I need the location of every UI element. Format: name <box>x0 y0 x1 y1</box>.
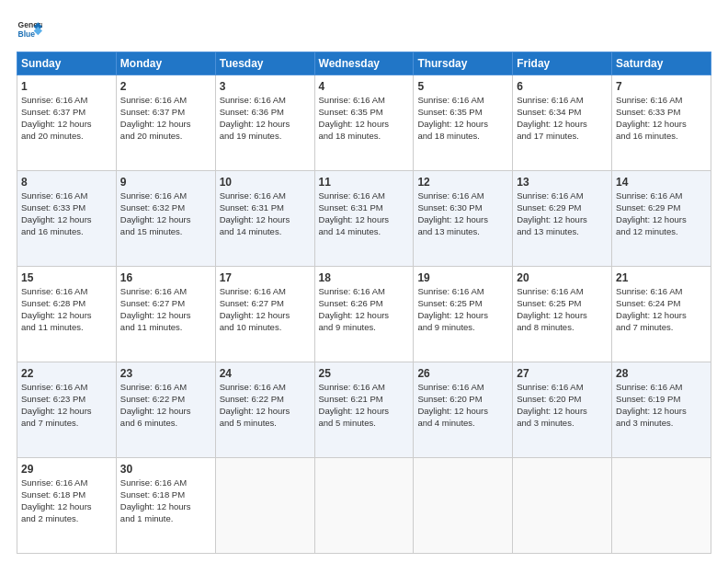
day-info-line: Sunset: 6:25 PM <box>517 298 608 310</box>
day-info-line: Sunset: 6:24 PM <box>616 298 707 310</box>
day-number: 23 <box>120 366 211 381</box>
day-number: 17 <box>220 270 311 285</box>
day-info-line: and 13 minutes. <box>417 226 508 238</box>
day-info-line: and 11 minutes. <box>120 322 211 334</box>
day-number: 27 <box>517 366 608 381</box>
calendar-cell: 3Sunrise: 6:16 AMSunset: 6:36 PMDaylight… <box>215 75 314 171</box>
day-info-line: Sunrise: 6:16 AM <box>220 382 311 394</box>
day-info-line: Sunrise: 6:16 AM <box>517 95 608 107</box>
calendar-cell: 14Sunrise: 6:16 AMSunset: 6:29 PMDayligh… <box>612 171 711 267</box>
day-info-line: Sunset: 6:30 PM <box>417 202 508 214</box>
day-info-line: Sunrise: 6:16 AM <box>120 477 211 489</box>
col-header-thursday: Thursday <box>414 52 513 75</box>
day-info-line: Sunset: 6:37 PM <box>120 107 211 119</box>
day-info-line: Sunset: 6:37 PM <box>21 107 112 119</box>
day-info-line: Sunrise: 6:16 AM <box>616 286 707 298</box>
day-number: 9 <box>120 175 211 190</box>
day-info-line: Sunrise: 6:16 AM <box>517 190 608 202</box>
day-info-line: Sunset: 6:36 PM <box>220 107 311 119</box>
calendar-cell: 28Sunrise: 6:16 AMSunset: 6:19 PMDayligh… <box>612 362 711 458</box>
col-header-saturday: Saturday <box>612 52 711 75</box>
week-row-5: 29Sunrise: 6:16 AMSunset: 6:18 PMDayligh… <box>17 458 711 554</box>
day-number: 3 <box>220 79 311 94</box>
day-info-line: Sunset: 6:18 PM <box>120 489 211 501</box>
calendar-cell <box>612 458 711 554</box>
day-info-line: Sunset: 6:31 PM <box>319 202 410 214</box>
day-info-line: Daylight: 12 hours <box>417 406 508 418</box>
day-info-line: Sunrise: 6:16 AM <box>21 382 112 394</box>
day-info-line: Daylight: 12 hours <box>616 406 707 418</box>
day-info-line: Daylight: 12 hours <box>120 406 211 418</box>
day-number: 29 <box>21 462 112 477</box>
day-info-line: Daylight: 12 hours <box>417 310 508 322</box>
calendar-page: General Blue SundayMondayTuesdayWednesda… <box>0 0 728 563</box>
calendar-cell: 1Sunrise: 6:16 AMSunset: 6:37 PMDaylight… <box>17 75 117 171</box>
day-number: 13 <box>517 175 608 190</box>
calendar-cell: 19Sunrise: 6:16 AMSunset: 6:25 PMDayligh… <box>414 267 513 362</box>
day-info-line: Sunset: 6:35 PM <box>319 107 410 119</box>
calendar-cell: 6Sunrise: 6:16 AMSunset: 6:34 PMDaylight… <box>513 75 612 171</box>
calendar-cell: 30Sunrise: 6:16 AMSunset: 6:18 PMDayligh… <box>116 458 215 554</box>
day-info-line: and 16 minutes. <box>616 131 707 143</box>
day-info-line: Daylight: 12 hours <box>517 310 608 322</box>
calendar-cell: 21Sunrise: 6:16 AMSunset: 6:24 PMDayligh… <box>612 267 711 362</box>
week-row-1: 1Sunrise: 6:16 AMSunset: 6:37 PMDaylight… <box>17 75 711 171</box>
day-info-line: and 7 minutes. <box>616 322 707 334</box>
day-info-line: Sunrise: 6:16 AM <box>417 95 508 107</box>
day-info-line: Daylight: 12 hours <box>21 406 112 418</box>
col-header-tuesday: Tuesday <box>215 52 314 75</box>
day-info-line: Daylight: 12 hours <box>120 310 211 322</box>
day-number: 14 <box>616 175 707 190</box>
day-info-line: Sunrise: 6:16 AM <box>120 95 211 107</box>
day-info-line: Daylight: 12 hours <box>120 214 211 226</box>
calendar-cell: 22Sunrise: 6:16 AMSunset: 6:23 PMDayligh… <box>17 362 117 458</box>
day-info-line: Daylight: 12 hours <box>21 214 112 226</box>
day-info-line: Daylight: 12 hours <box>21 310 112 322</box>
day-info-line: and 5 minutes. <box>319 418 410 430</box>
calendar-cell <box>314 458 414 554</box>
day-info-line: Sunrise: 6:16 AM <box>417 286 508 298</box>
logo-icon: General Blue <box>17 17 42 42</box>
col-header-monday: Monday <box>116 52 215 75</box>
day-info-line: Daylight: 12 hours <box>616 119 707 131</box>
calendar-cell <box>414 458 513 554</box>
day-number: 16 <box>120 270 211 285</box>
day-info-line: Sunset: 6:27 PM <box>120 298 211 310</box>
day-info-line: and 12 minutes. <box>616 226 707 238</box>
day-info-line: Sunset: 6:31 PM <box>220 202 311 214</box>
day-info-line: Sunset: 6:25 PM <box>417 298 508 310</box>
day-info-line: Sunrise: 6:16 AM <box>120 190 211 202</box>
day-info-line: Sunrise: 6:16 AM <box>616 382 707 394</box>
day-info-line: and 16 minutes. <box>21 226 112 238</box>
day-info-line: and 2 minutes. <box>21 513 112 525</box>
day-info-line: Daylight: 12 hours <box>517 119 608 131</box>
day-info-line: Daylight: 12 hours <box>417 214 508 226</box>
day-number: 22 <box>21 366 112 381</box>
day-number: 25 <box>319 366 410 381</box>
day-info-line: Sunset: 6:18 PM <box>21 489 112 501</box>
day-info-line: and 9 minutes. <box>319 322 410 334</box>
calendar-cell: 25Sunrise: 6:16 AMSunset: 6:21 PMDayligh… <box>314 362 414 458</box>
day-number: 7 <box>616 79 707 94</box>
day-info-line: and 18 minutes. <box>319 131 410 143</box>
day-info-line: Sunrise: 6:16 AM <box>220 190 311 202</box>
week-row-3: 15Sunrise: 6:16 AMSunset: 6:28 PMDayligh… <box>17 267 711 362</box>
day-info-line: Sunrise: 6:16 AM <box>21 477 112 489</box>
day-info-line: Sunrise: 6:16 AM <box>517 382 608 394</box>
day-number: 28 <box>616 366 707 381</box>
day-info-line: Sunrise: 6:16 AM <box>616 95 707 107</box>
day-info-line: and 13 minutes. <box>517 226 608 238</box>
day-number: 18 <box>319 270 410 285</box>
day-info-line: Sunset: 6:22 PM <box>120 394 211 406</box>
day-info-line: Daylight: 12 hours <box>220 214 311 226</box>
day-info-line: and 14 minutes. <box>220 226 311 238</box>
day-info-line: Sunrise: 6:16 AM <box>417 190 508 202</box>
day-info-line: Daylight: 12 hours <box>120 501 211 513</box>
day-number: 8 <box>21 175 112 190</box>
day-info-line: Daylight: 12 hours <box>21 119 112 131</box>
week-row-2: 8Sunrise: 6:16 AMSunset: 6:33 PMDaylight… <box>17 171 711 267</box>
day-info-line: Sunrise: 6:16 AM <box>319 95 410 107</box>
col-header-friday: Friday <box>513 52 612 75</box>
day-info-line: and 18 minutes. <box>417 131 508 143</box>
day-info-line: Daylight: 12 hours <box>616 214 707 226</box>
